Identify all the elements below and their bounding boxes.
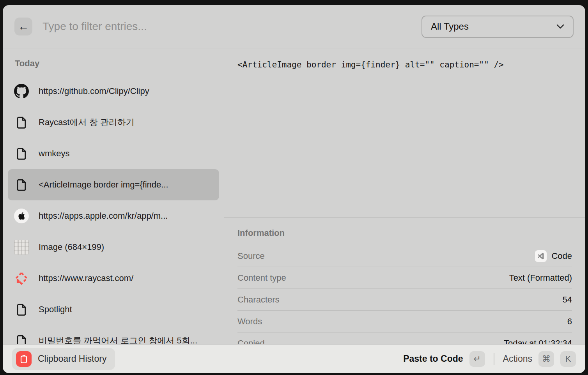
list-item-image[interactable]: Image (684×199): [8, 232, 219, 263]
info-value: Today at 01:32:34: [504, 338, 572, 344]
app-pill: Clipboard History: [12, 348, 115, 370]
back-arrow-icon: ←: [18, 20, 29, 33]
list-item-label: Raycast에서 창 관리하기: [39, 117, 135, 128]
type-filter-dropdown[interactable]: All Types: [422, 16, 574, 38]
clipboard-icon: [16, 351, 32, 367]
entry-list: Today https://github.com/Clipy/Clipy Ray…: [3, 48, 224, 344]
k-key-icon: K: [560, 351, 576, 367]
return-key-icon: ↵: [469, 351, 485, 367]
back-button[interactable]: ←: [14, 18, 32, 35]
filter-input[interactable]: [43, 20, 422, 33]
info-row-content-type: Content type Text (Formatted): [237, 267, 572, 289]
document-icon: [14, 146, 29, 161]
list-item-label: https://www.raycast.com/: [39, 273, 133, 283]
list-item-label: Spotlight: [39, 304, 72, 315]
apple-icon: [14, 209, 29, 223]
list-item-label: <ArticleImage border img={finde...: [39, 180, 168, 190]
list-item-label: 비밀번호를 까먹어서 로그인 창에서 5회...: [39, 335, 197, 344]
list-item-label: Image (684×199): [39, 242, 104, 252]
footer-actions: Paste to Code ↵ Actions ⌘ K: [403, 351, 576, 367]
info-label: Source: [237, 251, 265, 261]
code-preview: <ArticleImage border img={finder} alt=""…: [224, 48, 585, 218]
document-icon: [14, 177, 29, 192]
list-item-label: https://github.com/Clipy/Clipy: [39, 86, 149, 96]
info-row-copied: Copied Today at 01:32:34: [237, 333, 572, 344]
info-label: Copied: [237, 338, 265, 344]
actions-button[interactable]: Actions: [503, 354, 532, 364]
chevron-down-icon: [556, 24, 564, 29]
info-row-words: Words 6: [237, 311, 572, 333]
info-label: Words: [237, 317, 262, 327]
github-icon: [14, 84, 29, 99]
vscode-icon: [535, 250, 547, 262]
main: Today https://github.com/Clipy/Clipy Ray…: [3, 48, 585, 344]
document-icon: [14, 115, 29, 130]
command-key-icon: ⌘: [538, 351, 554, 367]
app-name: Clipboard History: [38, 354, 106, 364]
image-thumbnail: [14, 240, 29, 255]
information-title: Information: [237, 227, 572, 239]
type-filter-value: All Types: [431, 21, 469, 32]
info-label: Content type: [237, 273, 286, 283]
document-icon: [14, 333, 29, 344]
info-row-characters: Characters 54: [237, 289, 572, 311]
list-item-spotlight[interactable]: Spotlight: [8, 294, 219, 325]
header: ← All Types: [3, 5, 585, 48]
section-title-today: Today: [8, 58, 219, 69]
list-item-password-note[interactable]: 비밀번호를 까먹어서 로그인 창에서 5회...: [8, 325, 219, 344]
information-section: Information Source Code Content type Tex…: [224, 218, 585, 344]
raycast-icon: [14, 271, 29, 286]
code-text: <ArticleImage border img={finder} alt=""…: [237, 60, 504, 69]
list-item-label: wmkeys: [39, 149, 69, 159]
clipboard-history-window: ← All Types Today https://github.com/Cli…: [3, 5, 585, 373]
preview-pane: <ArticleImage border img={finder} alt=""…: [224, 48, 585, 344]
footer-separator: [494, 353, 494, 365]
list-item-label: https://apps.apple.com/kr/app/m...: [39, 211, 168, 221]
info-value: 6: [567, 317, 572, 327]
list-item-raycast-url[interactable]: https://www.raycast.com/: [8, 263, 219, 294]
info-row-source: Source Code: [237, 245, 572, 267]
info-value: Code: [551, 251, 572, 261]
list-item-github-url[interactable]: https://github.com/Clipy/Clipy: [8, 76, 219, 107]
list-item-wmkeys[interactable]: wmkeys: [8, 138, 219, 169]
document-icon: [14, 302, 29, 317]
info-value: Text (Formatted): [509, 273, 572, 283]
footer-bar: Clipboard History Paste to Code ↵ Action…: [3, 344, 585, 373]
list-item-articleimage-selected[interactable]: <ArticleImage border img={finde...: [8, 169, 219, 200]
info-value: 54: [563, 295, 572, 305]
list-item-appstore-url[interactable]: https://apps.apple.com/kr/app/m...: [8, 200, 219, 232]
list-item-raycast-window-doc[interactable]: Raycast에서 창 관리하기: [8, 107, 219, 138]
paste-to-code-button[interactable]: Paste to Code: [403, 354, 463, 364]
info-label: Characters: [237, 295, 280, 305]
